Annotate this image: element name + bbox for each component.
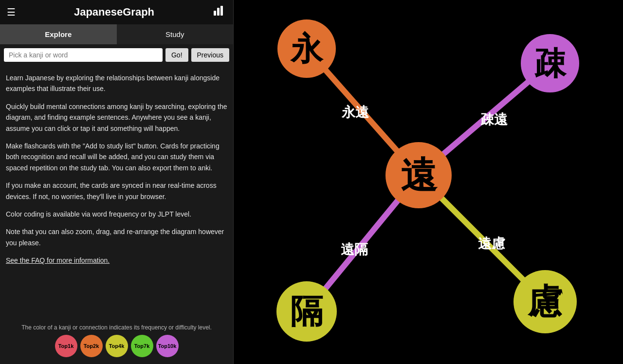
node-circle-so (521, 34, 579, 92)
graph-svg: 遠永疎隔慮 永遠疎遠遠隔遠慮 (234, 0, 623, 364)
legend-badge-top1k: Top1k (55, 335, 77, 357)
header: ☰ JapaneseGraph (0, 0, 233, 24)
graph-panel[interactable]: 遠永疎隔慮 永遠疎遠遠隔遠慮 (234, 0, 623, 364)
node-circle-en (385, 142, 452, 208)
svg-rect-1 (217, 8, 220, 16)
footer-text: The color of a kanji or connection indic… (6, 324, 227, 331)
app-title: JapaneseGraph (74, 6, 154, 18)
left-panel: ☰ JapaneseGraph Explore Study Go! Previo… (0, 0, 234, 364)
node-en[interactable]: 遠 (385, 142, 452, 208)
content-area: Learn Japanese by exploring the relation… (0, 66, 233, 319)
intro-para-1: Learn Japanese by exploring the relation… (6, 73, 227, 94)
tab-study[interactable]: Study (117, 24, 234, 44)
node-ryo[interactable]: 慮 (513, 270, 577, 333)
intro-para-2: Quickly build mental connections among k… (6, 101, 227, 134)
search-row: Go! Previous (0, 44, 233, 66)
svg-rect-0 (214, 11, 216, 16)
intro-para-4: If you make an account, the cards are sy… (6, 180, 227, 202)
node-circle-ryo (513, 270, 577, 333)
faq-link[interactable]: See the FAQ for more information. (6, 256, 110, 264)
intro-para-5: Color coding is available via word frequ… (6, 209, 227, 219)
tabs: Explore Study (0, 24, 233, 44)
footer: The color of a kanji or connection indic… (0, 319, 233, 364)
legend-badge-top7k: Top7k (131, 335, 153, 357)
legend-badge-top2k: Top2k (80, 335, 103, 357)
previous-button[interactable]: Previous (191, 48, 229, 62)
tab-explore[interactable]: Explore (0, 24, 117, 44)
node-circle-ei (277, 19, 336, 78)
legend-badge-top4k: Top4k (106, 335, 128, 357)
chart-icon[interactable] (213, 5, 226, 19)
legend: Top1kTop2kTop4kTop7kTop10k (6, 335, 227, 357)
menu-icon[interactable]: ☰ (7, 6, 16, 18)
legend-badge-top10k: Top10k (156, 335, 179, 357)
svg-rect-2 (220, 6, 223, 16)
intro-para-3: Make flashcards with the "Add to study l… (6, 141, 227, 173)
node-circle-he (276, 281, 337, 342)
search-input[interactable] (4, 48, 163, 62)
node-he[interactable]: 隔 (276, 281, 337, 342)
intro-para-6: Note that you can also zoom, drag, and r… (6, 226, 227, 248)
go-button[interactable]: Go! (165, 48, 188, 62)
node-so[interactable]: 疎 (521, 34, 579, 92)
node-ei[interactable]: 永 (277, 19, 336, 78)
